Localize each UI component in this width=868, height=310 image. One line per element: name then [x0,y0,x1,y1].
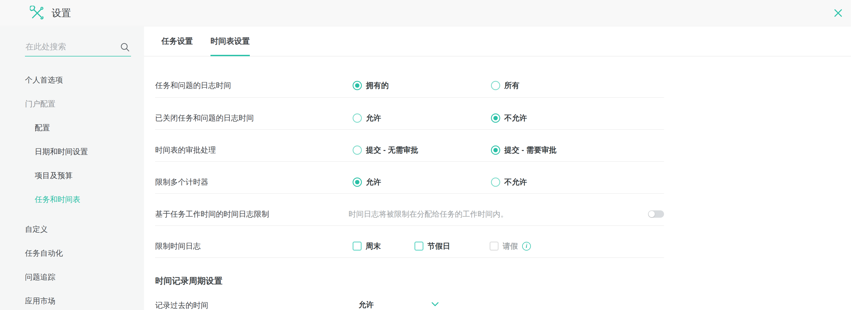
tab-timesheet-settings[interactable]: 时间表设置 [211,26,250,56]
search-input[interactable] [25,38,118,55]
sidebar: 个人首选项 门户配置 配置 日期和时间设置 项目及预算 任务和时间表 自定义 任… [0,27,144,310]
radio-option-submit-approval[interactable]: 提交 - 需要审批 [491,145,629,155]
main-content: 任务设置 时间表设置 任务和问题的日志时间 拥有的 所有 已关闭任务和问题的日志… [144,27,851,310]
radio-unselected-icon [352,113,362,123]
sidebar-item-portal-configuration[interactable]: 门户配置 [0,92,144,116]
crossed-tools-icon [30,6,44,20]
section-title: 时间记录周期设置 [155,275,851,287]
chevron-down-icon[interactable] [431,302,439,308]
setting-row-restrict-time-logs: 限制时间日志 周末 节假日 请假 i [155,226,664,258]
radio-option-disallow[interactable]: 不允许 [491,113,629,123]
tab-bar: 任务设置 时间表设置 [144,27,851,56]
header: 设置 [0,0,851,26]
radio-option-owned[interactable]: 拥有的 [352,80,491,91]
checkbox-option-holidays[interactable]: 节假日 [414,241,490,251]
radio-option-allow[interactable]: 允许 [352,177,491,187]
setting-row-task-work-hours-limit: 基于任务工作时间的时间日志限制 时间日志将被限制在分配给任务的工作时间内。 [155,194,664,226]
setting-label: 时间表的审批处理 [155,145,352,155]
setting-row-log-time-closed: 已关闭任务和问题的日志时间 允许 不允许 [155,98,664,130]
setting-row-timesheet-approval: 时间表的审批处理 提交 - 无需审批 提交 - 需要审批 [155,130,664,162]
setting-label: 基于任务工作时间的时间日志限制 [155,209,352,219]
radio-selected-icon [352,177,362,187]
checkbox-unchecked-icon [352,242,362,251]
tab-task-settings[interactable]: 任务设置 [161,26,193,56]
radio-option-all[interactable]: 所有 [491,80,629,91]
checkbox-disabled-icon [490,242,499,251]
search-icon [120,42,130,54]
setting-label: 限制时间日志 [155,241,352,251]
sidebar-item-configuration[interactable]: 配置 [0,116,144,140]
close-icon [833,8,843,19]
close-button[interactable] [831,6,845,20]
radio-option-submit-no-approval[interactable]: 提交 - 无需审批 [352,145,491,155]
page-title: 设置 [52,6,71,20]
setting-label: 任务和问题的日志时间 [155,80,352,91]
sidebar-search [25,38,131,56]
setting-label: 已关闭任务和问题的日志时间 [155,113,352,123]
radio-selected-icon [491,113,500,123]
time-log-period-section: 时间记录周期设置 记录过去的时间 允许 [155,258,851,310]
radio-unselected-icon [352,145,362,155]
checkbox-option-leave: 请假 i [490,241,531,251]
sidebar-item-tasks-timesheets[interactable]: 任务和时间表 [0,188,144,212]
radio-selected-icon [491,145,500,155]
info-icon[interactable]: i [522,242,531,251]
sidebar-item-marketplace[interactable]: 应用市场 [0,289,144,310]
sidebar-item-task-automation[interactable]: 任务自动化 [0,241,144,265]
radio-selected-icon [352,81,362,90]
sidebar-item-date-time-settings[interactable]: 日期和时间设置 [0,140,144,164]
setting-description: 时间日志将被限制在分配给任务的工作时间内。 [348,209,508,219]
toggle-off[interactable] [648,210,664,218]
sidebar-item-personal-preferences[interactable]: 个人首选项 [0,68,144,92]
toggle-knob [649,211,655,217]
setting-row-multiple-timers: 限制多个计时器 允许 不允许 [155,162,664,194]
setting-label: 记录过去的时间 [155,300,352,310]
radio-unselected-icon [491,81,500,90]
dropdown-value[interactable]: 允许 [359,300,374,310]
checkbox-option-weekend[interactable]: 周末 [352,241,414,251]
radio-unselected-icon [491,177,500,187]
setting-label: 限制多个计时器 [155,177,352,187]
sidebar-item-projects-budget[interactable]: 项目及预算 [0,164,144,188]
setting-row-log-time-tasks-issues: 任务和问题的日志时间 拥有的 所有 [155,56,664,98]
setting-row-log-past-time: 记录过去的时间 允许 [155,300,851,310]
settings-list: 任务和问题的日志时间 拥有的 所有 已关闭任务和问题的日志时间 允许 [144,56,851,310]
radio-option-disallow[interactable]: 不允许 [491,177,629,187]
sidebar-nav: 个人首选项 门户配置 配置 日期和时间设置 项目及预算 任务和时间表 自定义 任… [0,68,144,310]
radio-option-allow[interactable]: 允许 [352,113,491,123]
sidebar-item-customization[interactable]: 自定义 [0,218,144,241]
checkbox-unchecked-icon [414,242,424,251]
sidebar-item-issue-tracking[interactable]: 问题追踪 [0,265,144,289]
settings-window: 设置 个人首选项 门户配置 配置 日期和时间设置 项目及预算 任务和时间表 自定… [0,0,851,310]
